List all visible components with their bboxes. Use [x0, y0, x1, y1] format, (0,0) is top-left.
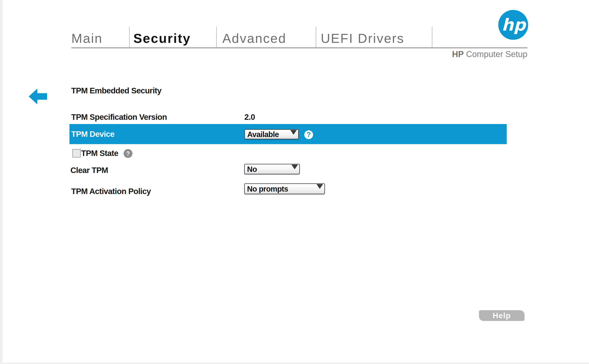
tpm-activation-policy-selected-value: No prompts	[247, 184, 288, 193]
tab-separator	[432, 27, 432, 47]
clear-tpm-selected-value: No	[247, 165, 257, 173]
hp-logo-text: hp	[502, 15, 526, 35]
tpm-spec-version-value: 2.0	[244, 112, 255, 122]
tab-separator	[216, 27, 217, 47]
tab-main[interactable]: Main	[71, 29, 103, 48]
tab-uefi-drivers[interactable]: UEFI Drivers	[321, 29, 404, 48]
dropdown-arrow-icon	[290, 130, 297, 135]
page-bottom-edge	[0, 363, 589, 364]
tpm-device-help-icon[interactable]: ?	[304, 130, 313, 139]
clear-tpm-label: Clear TPM	[71, 166, 108, 175]
tpm-spec-version-label: TPM Specification Version	[71, 112, 167, 122]
page-left-edge	[0, 0, 2, 364]
header-subtitle-text: Computer Setup	[464, 49, 527, 59]
tpm-state-checkbox[interactable]	[72, 149, 81, 157]
back-arrow-icon[interactable]	[29, 89, 47, 104]
dropdown-arrow-icon	[291, 165, 298, 169]
header-subtitle-brand: HP	[452, 49, 464, 59]
tpm-device-select[interactable]: Available	[244, 129, 299, 139]
tab-advanced[interactable]: Advanced	[222, 29, 286, 48]
tpm-device-row[interactable]: TPM Device Available ?	[70, 124, 507, 144]
tpm-activation-policy-select[interactable]: No prompts	[244, 183, 325, 194]
tpm-state-label: TPM State	[81, 149, 118, 157]
tab-security[interactable]: Security	[133, 29, 191, 48]
dropdown-arrow-icon	[317, 184, 323, 189]
page-title: TPM Embedded Security	[71, 86, 161, 95]
hp-computer-setup-page: { "colors": { "accent_blue": "#0d97d0", …	[0, 0, 589, 364]
tab-separator	[316, 27, 316, 47]
hp-logo-icon: hp	[498, 10, 528, 40]
tpm-activation-policy-label: TPM Activation Policy	[71, 187, 151, 196]
tpm-device-selected-value: Available	[247, 130, 279, 139]
tpm-device-label: TPM Device	[71, 130, 114, 139]
header-subtitle: HP Computer Setup	[411, 49, 527, 59]
tpm-state-help-icon[interactable]: ?	[124, 149, 132, 158]
header-underline	[71, 47, 527, 49]
tab-separator	[129, 27, 129, 47]
clear-tpm-select[interactable]: No	[244, 164, 300, 174]
help-button[interactable]: Help	[479, 310, 524, 321]
